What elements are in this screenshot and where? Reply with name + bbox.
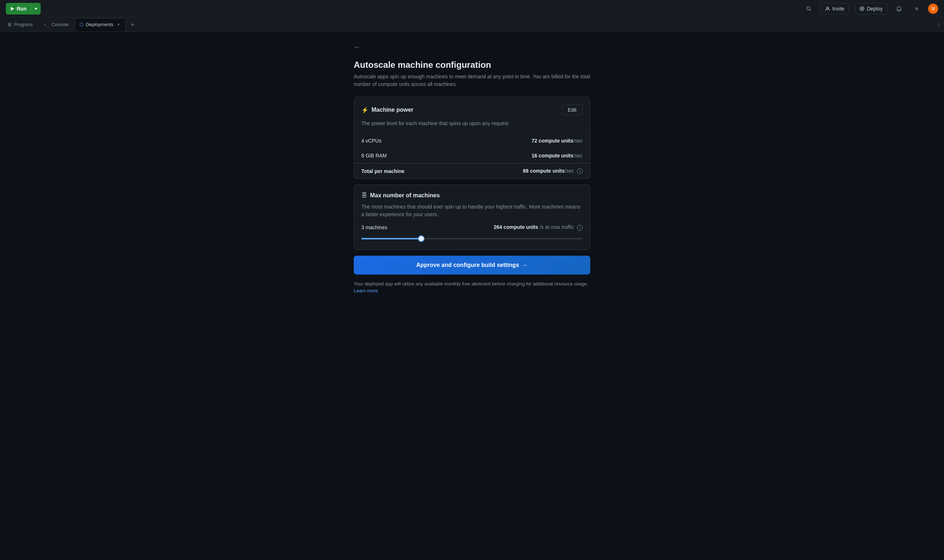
total-info-icon[interactable]: i: [577, 168, 583, 174]
vcpu-value: 72 compute units/sec: [531, 138, 583, 144]
machine-power-title: Machine power: [371, 107, 414, 113]
tab-progress[interactable]: ⊞ Progress: [3, 18, 37, 31]
approve-arrow-icon: →: [522, 262, 528, 268]
nav-right: Invite Deploy ✳ U: [803, 3, 938, 14]
nav-left: Run: [6, 3, 41, 14]
top-nav: Run Invite: [0, 0, 944, 17]
machine-power-header: ⚡ Machine power Edit: [354, 97, 590, 120]
deployments-tab-close[interactable]: ×: [115, 22, 121, 28]
machine-power-desc: The power level for each machine that sp…: [354, 120, 590, 133]
lightning-icon: ⚡: [361, 107, 369, 114]
approve-button[interactable]: Approve and configure build settings →: [354, 256, 590, 275]
page-title: Autoscale machine configuration: [354, 60, 590, 70]
max-machines-header: 🗄 Max number of machines: [354, 185, 590, 203]
ram-value: 16 compute units/sec: [531, 153, 583, 158]
vcpu-label: 4 vCPUs: [361, 138, 381, 144]
ram-row: 8 GiB RAM 16 compute units/sec: [354, 148, 590, 163]
add-tab-button[interactable]: +: [127, 20, 137, 30]
tab-deployments[interactable]: ⬡ Deployments ×: [75, 18, 126, 31]
max-machines-title-row: 🗄 Max number of machines: [361, 192, 440, 199]
max-machines-card: 🗄 Max number of machines The most machin…: [354, 185, 590, 249]
invite-button[interactable]: Invite: [820, 3, 849, 14]
invite-label: Invite: [832, 6, 844, 12]
machine-power-edit-button[interactable]: Edit: [562, 105, 583, 115]
vcpu-value-number: 72 compute units: [531, 138, 573, 144]
ram-unit: /sec: [573, 153, 583, 158]
back-arrow-icon: ←: [354, 43, 360, 51]
vcpu-row: 4 vCPUs 72 compute units/sec: [354, 134, 590, 148]
svg-marker-1: [34, 8, 37, 10]
max-machines-desc: The most machines that should ever spin …: [354, 203, 590, 224]
deployments-tab-label: Deployments: [86, 22, 113, 27]
learn-more-link[interactable]: Learn more: [354, 288, 378, 294]
console-tab-label: Console: [51, 22, 69, 27]
machines-units-value: 264 compute units: [494, 224, 538, 230]
total-value-number: 88 compute units: [523, 168, 565, 174]
machines-units: 264 compute units /s at max traffic i: [494, 224, 583, 230]
deployments-tab-icon: ⬡: [79, 22, 83, 27]
back-button[interactable]: ←: [354, 43, 360, 51]
caret-down-icon: [34, 7, 38, 11]
invite-icon: [825, 6, 830, 11]
run-caret[interactable]: [31, 3, 41, 14]
tab-console[interactable]: ›_ Console: [39, 18, 73, 31]
progress-tab-label: Progress: [14, 22, 33, 27]
max-machines-title: Max number of machines: [370, 192, 440, 199]
machines-info-row: 3 machines 264 compute units /s at max t…: [361, 224, 583, 230]
svg-line-3: [809, 9, 811, 11]
machines-info-icon[interactable]: i: [577, 225, 583, 231]
machine-power-card: ⚡ Machine power Edit The power level for…: [354, 97, 590, 179]
svg-point-5: [860, 6, 864, 11]
machines-content: 3 machines 264 compute units /s at max t…: [354, 224, 590, 249]
page-subtitle: Autoscale apps spin up enough machines t…: [354, 73, 590, 88]
ram-value-number: 16 compute units: [531, 153, 573, 158]
total-unit: /sec: [565, 168, 574, 174]
approve-button-label: Approve and configure build settings: [416, 262, 519, 268]
total-value: 88 compute units/sec i: [523, 168, 583, 174]
machines-units-suffix: /s at max traffic: [539, 224, 574, 230]
ram-label: 8 GiB RAM: [361, 153, 387, 158]
bell-icon: [896, 6, 902, 12]
search-button[interactable]: [803, 3, 815, 14]
avatar[interactable]: U: [928, 4, 938, 14]
slider-container: [361, 235, 583, 242]
run-button[interactable]: Run: [6, 3, 41, 14]
machines-count: 3 machines: [361, 225, 388, 230]
tabs-bar: ⊞ Progress ›_ Console ⬡ Deployments × + …: [0, 17, 944, 32]
footer-note: Your deployed app will utilize any avail…: [354, 280, 590, 294]
svg-point-2: [807, 6, 810, 10]
main-content: ← Autoscale machine configuration Autosc…: [345, 32, 599, 306]
server-icon: 🗄: [361, 192, 367, 199]
progress-tab-icon: ⊞: [8, 22, 12, 27]
asterisk-button[interactable]: ✳: [911, 3, 922, 14]
machine-power-rows: 4 vCPUs 72 compute units/sec 8 GiB RAM 1…: [354, 133, 590, 178]
svg-point-6: [862, 8, 863, 9]
run-button-main[interactable]: Run: [6, 3, 31, 14]
machine-power-title-row: ⚡ Machine power: [361, 107, 414, 114]
svg-text:✳: ✳: [915, 6, 919, 12]
vcpu-unit: /sec: [573, 138, 583, 144]
deploy-icon: [859, 6, 865, 11]
total-row: Total per machine 88 compute units/sec i: [354, 163, 590, 178]
svg-marker-0: [11, 7, 14, 11]
console-tab-icon: ›_: [43, 22, 49, 27]
asterisk-icon: ✳: [913, 6, 919, 12]
deploy-button[interactable]: Deploy: [855, 3, 887, 14]
search-icon: [806, 6, 812, 12]
play-icon: [10, 6, 14, 11]
total-label: Total per machine: [361, 168, 405, 174]
run-label: Run: [17, 6, 26, 12]
notifications-button[interactable]: [893, 3, 905, 14]
deploy-label: Deploy: [867, 6, 883, 12]
footer-text: Your deployed app will utilize any avail…: [354, 281, 588, 286]
svg-point-4: [827, 7, 828, 9]
tabs-more-button[interactable]: ⋮: [936, 22, 941, 27]
